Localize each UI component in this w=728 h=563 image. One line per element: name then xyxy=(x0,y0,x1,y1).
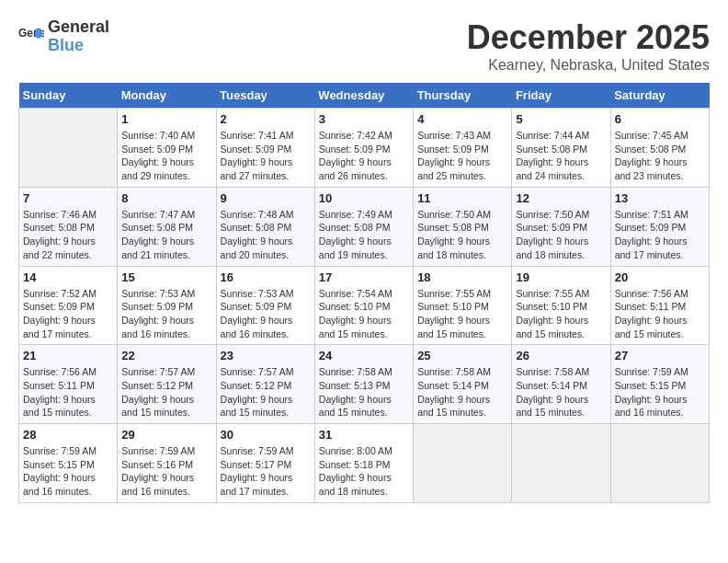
calendar-cell: 9Sunrise: 7:48 AMSunset: 5:08 PMDaylight… xyxy=(216,187,314,266)
day-info: Sunrise: 7:43 AMSunset: 5:09 PMDaylight:… xyxy=(417,129,507,183)
calendar-cell: 17Sunrise: 7:54 AMSunset: 5:10 PMDayligh… xyxy=(314,266,413,345)
day-number: 12 xyxy=(516,191,606,205)
day-number: 13 xyxy=(615,191,705,205)
day-number: 10 xyxy=(319,191,409,205)
day-number: 19 xyxy=(516,270,606,284)
calendar-cell: 18Sunrise: 7:55 AMSunset: 5:10 PMDayligh… xyxy=(414,266,512,345)
day-number: 28 xyxy=(23,428,113,442)
calendar-cell: 25Sunrise: 7:58 AMSunset: 5:14 PMDayligh… xyxy=(414,345,512,424)
month-title: December 2025 xyxy=(467,18,710,57)
calendar-table: SundayMondayTuesdayWednesdayThursdayFrid… xyxy=(18,83,710,503)
calendar-cell: 10Sunrise: 7:49 AMSunset: 5:08 PMDayligh… xyxy=(314,187,413,266)
day-info: Sunrise: 7:53 AMSunset: 5:09 PMDaylight:… xyxy=(121,287,211,341)
day-number: 24 xyxy=(319,349,409,362)
calendar-cell: 1Sunrise: 7:40 AMSunset: 5:09 PMDaylight… xyxy=(118,109,216,188)
day-info: Sunrise: 7:47 AMSunset: 5:08 PMDaylight:… xyxy=(121,208,211,262)
day-number: 31 xyxy=(319,428,409,442)
calendar-cell: 6Sunrise: 7:45 AMSunset: 5:08 PMDaylight… xyxy=(610,109,709,188)
calendar-cell: 3Sunrise: 7:42 AMSunset: 5:09 PMDaylight… xyxy=(314,109,413,188)
day-info: Sunrise: 7:52 AMSunset: 5:09 PMDaylight:… xyxy=(23,287,113,341)
day-info: Sunrise: 7:56 AMSunset: 5:11 PMDaylight:… xyxy=(615,287,705,341)
day-number: 11 xyxy=(417,191,507,205)
calendar-header-row: SundayMondayTuesdayWednesdayThursdayFrid… xyxy=(19,83,710,109)
day-number: 9 xyxy=(221,191,311,205)
day-info: Sunrise: 7:57 AMSunset: 5:12 PMDaylight:… xyxy=(221,365,311,419)
logo-icon: General xyxy=(18,24,44,50)
day-number: 20 xyxy=(615,270,705,284)
calendar-cell xyxy=(19,109,118,188)
calendar-cell xyxy=(414,424,512,503)
day-number: 1 xyxy=(121,112,211,126)
day-number: 22 xyxy=(121,349,211,362)
column-header-saturday: Saturday xyxy=(610,83,709,109)
day-number: 3 xyxy=(319,112,409,126)
calendar-week-3: 14Sunrise: 7:52 AMSunset: 5:09 PMDayligh… xyxy=(19,266,710,345)
column-header-wednesday: Wednesday xyxy=(314,83,413,109)
day-info: Sunrise: 7:40 AMSunset: 5:09 PMDaylight:… xyxy=(121,129,211,183)
day-info: Sunrise: 7:50 AMSunset: 5:08 PMDaylight:… xyxy=(417,208,507,262)
calendar-cell: 14Sunrise: 7:52 AMSunset: 5:09 PMDayligh… xyxy=(19,266,118,345)
calendar-cell: 15Sunrise: 7:53 AMSunset: 5:09 PMDayligh… xyxy=(118,266,216,345)
day-number: 15 xyxy=(121,270,211,284)
day-info: Sunrise: 7:56 AMSunset: 5:11 PMDaylight:… xyxy=(23,365,113,419)
day-number: 2 xyxy=(221,112,311,126)
logo: General General Blue xyxy=(18,18,109,55)
day-number: 29 xyxy=(121,428,211,442)
day-info: Sunrise: 7:54 AMSunset: 5:10 PMDaylight:… xyxy=(319,287,409,341)
calendar-cell: 28Sunrise: 7:59 AMSunset: 5:15 PMDayligh… xyxy=(19,424,118,503)
day-info: Sunrise: 7:57 AMSunset: 5:12 PMDaylight:… xyxy=(121,365,211,419)
day-number: 25 xyxy=(417,349,507,362)
column-header-tuesday: Tuesday xyxy=(216,83,314,109)
calendar-cell: 26Sunrise: 7:58 AMSunset: 5:14 PMDayligh… xyxy=(512,345,610,424)
calendar-week-5: 28Sunrise: 7:59 AMSunset: 5:15 PMDayligh… xyxy=(19,424,710,503)
day-info: Sunrise: 7:48 AMSunset: 5:08 PMDaylight:… xyxy=(221,208,311,262)
day-number: 21 xyxy=(23,349,113,362)
day-info: Sunrise: 7:58 AMSunset: 5:13 PMDaylight:… xyxy=(319,365,409,419)
column-header-monday: Monday xyxy=(118,83,216,109)
column-header-friday: Friday xyxy=(512,83,610,109)
calendar-cell: 29Sunrise: 7:59 AMSunset: 5:16 PMDayligh… xyxy=(118,424,216,503)
calendar-cell: 27Sunrise: 7:59 AMSunset: 5:15 PMDayligh… xyxy=(610,345,709,424)
day-info: Sunrise: 7:59 AMSunset: 5:16 PMDaylight:… xyxy=(121,444,211,499)
day-number: 23 xyxy=(221,349,311,362)
day-info: Sunrise: 8:00 AMSunset: 5:18 PMDaylight:… xyxy=(319,444,409,499)
day-info: Sunrise: 7:42 AMSunset: 5:09 PMDaylight:… xyxy=(319,129,409,183)
calendar-body: 1Sunrise: 7:40 AMSunset: 5:09 PMDaylight… xyxy=(19,109,710,503)
day-info: Sunrise: 7:55 AMSunset: 5:10 PMDaylight:… xyxy=(417,287,507,341)
day-info: Sunrise: 7:46 AMSunset: 5:08 PMDaylight:… xyxy=(23,208,113,262)
title-section: December 2025 Kearney, Nebraska, United … xyxy=(467,18,710,74)
day-number: 27 xyxy=(615,349,705,362)
day-info: Sunrise: 7:53 AMSunset: 5:09 PMDaylight:… xyxy=(221,287,311,341)
day-info: Sunrise: 7:58 AMSunset: 5:14 PMDaylight:… xyxy=(516,365,606,419)
day-number: 6 xyxy=(615,112,705,126)
calendar-cell: 7Sunrise: 7:46 AMSunset: 5:08 PMDaylight… xyxy=(19,187,118,266)
day-number: 14 xyxy=(23,270,113,284)
calendar-cell: 11Sunrise: 7:50 AMSunset: 5:08 PMDayligh… xyxy=(414,187,512,266)
column-header-sunday: Sunday xyxy=(19,83,118,109)
day-info: Sunrise: 7:55 AMSunset: 5:10 PMDaylight:… xyxy=(516,287,606,341)
day-info: Sunrise: 7:59 AMSunset: 5:17 PMDaylight:… xyxy=(221,444,311,499)
calendar-cell: 19Sunrise: 7:55 AMSunset: 5:10 PMDayligh… xyxy=(512,266,610,345)
calendar-cell: 24Sunrise: 7:58 AMSunset: 5:13 PMDayligh… xyxy=(314,345,413,424)
calendar-week-4: 21Sunrise: 7:56 AMSunset: 5:11 PMDayligh… xyxy=(19,345,710,424)
calendar-cell: 4Sunrise: 7:43 AMSunset: 5:09 PMDaylight… xyxy=(414,109,512,188)
day-info: Sunrise: 7:41 AMSunset: 5:09 PMDaylight:… xyxy=(221,129,311,183)
logo-blue-text: Blue xyxy=(48,36,84,54)
day-number: 7 xyxy=(23,191,113,205)
calendar-cell: 8Sunrise: 7:47 AMSunset: 5:08 PMDaylight… xyxy=(118,187,216,266)
calendar-cell: 5Sunrise: 7:44 AMSunset: 5:08 PMDaylight… xyxy=(512,109,610,188)
calendar-cell: 31Sunrise: 8:00 AMSunset: 5:18 PMDayligh… xyxy=(314,424,413,503)
day-info: Sunrise: 7:58 AMSunset: 5:14 PMDaylight:… xyxy=(417,365,507,419)
calendar-cell: 12Sunrise: 7:50 AMSunset: 5:09 PMDayligh… xyxy=(512,187,610,266)
day-info: Sunrise: 7:45 AMSunset: 5:08 PMDaylight:… xyxy=(615,129,705,183)
calendar-week-1: 1Sunrise: 7:40 AMSunset: 5:09 PMDaylight… xyxy=(19,109,710,188)
location-title: Kearney, Nebraska, United States xyxy=(467,57,710,74)
day-info: Sunrise: 7:59 AMSunset: 5:15 PMDaylight:… xyxy=(23,444,113,499)
calendar-cell: 16Sunrise: 7:53 AMSunset: 5:09 PMDayligh… xyxy=(216,266,314,345)
day-info: Sunrise: 7:51 AMSunset: 5:09 PMDaylight:… xyxy=(615,208,705,262)
day-number: 17 xyxy=(319,270,409,284)
day-number: 8 xyxy=(121,191,211,205)
page-header: General General Blue December 2025 Kearn… xyxy=(18,18,710,74)
day-info: Sunrise: 7:44 AMSunset: 5:08 PMDaylight:… xyxy=(516,129,606,183)
calendar-cell: 13Sunrise: 7:51 AMSunset: 5:09 PMDayligh… xyxy=(610,187,709,266)
